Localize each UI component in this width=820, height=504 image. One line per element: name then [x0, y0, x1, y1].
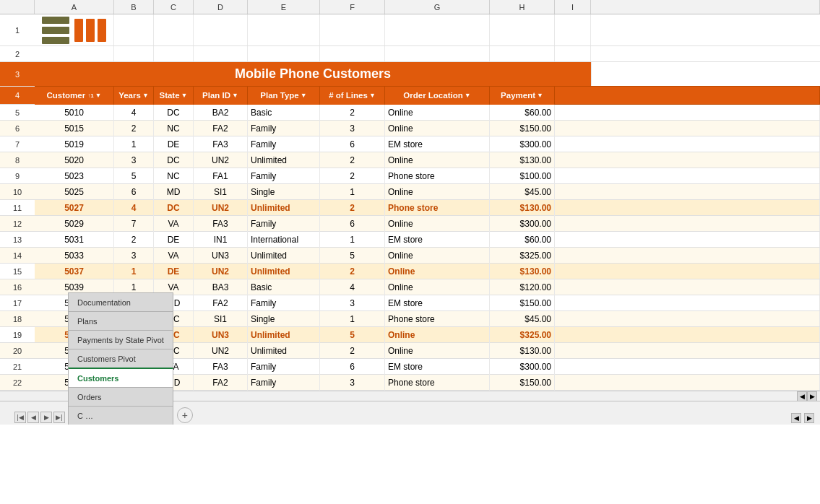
cell-location: Phone store	[385, 375, 490, 391]
row2-extra	[591, 46, 820, 61]
cell-planid: FA2	[194, 375, 248, 391]
col-header-i[interactable]: I	[555, 0, 591, 14]
col-header-b[interactable]: B	[114, 0, 154, 14]
table-row[interactable]: 5015 2 NC FA2 Family 3 Online $150.00	[35, 121, 820, 136]
table-row[interactable]: 5031 2 DE IN1 International 1 EM store $…	[35, 232, 820, 248]
header-customer[interactable]: Customer ↑1 ▼	[35, 87, 114, 105]
row2-h	[490, 46, 555, 61]
tab-payments-by-state-pivot[interactable]: Payments by State Pivot	[68, 330, 173, 349]
filter-arrow-location[interactable]: ▼	[465, 87, 471, 105]
filter-arrow-years[interactable]: ▼	[142, 87, 149, 105]
col-header-h[interactable]: H	[490, 0, 555, 14]
tab-nav-last[interactable]: ▶|	[53, 412, 65, 423]
cell-location: EM store	[385, 232, 490, 248]
header-payment-label: Payment	[501, 87, 535, 105]
filter-arrow-lines[interactable]: ▼	[369, 87, 376, 105]
cell-planid: UN3	[194, 327, 248, 343]
cell-payment: $325.00	[490, 327, 555, 343]
tab-scroll-left[interactable]: ◀	[791, 413, 801, 423]
col-header-d[interactable]: D	[194, 0, 248, 14]
rn-19: 19	[0, 327, 35, 343]
cell-planid: FA2	[194, 295, 248, 311]
cell-extra	[555, 248, 820, 263]
cell-state: DC	[154, 105, 194, 121]
col-header-a[interactable]: A	[35, 0, 114, 14]
cell-years: 6	[114, 184, 154, 200]
filter-arrow-planid[interactable]: ▼	[232, 87, 238, 105]
header-payment[interactable]: Payment ▼	[490, 87, 555, 105]
add-tab-btn[interactable]: +	[177, 407, 193, 423]
tab-plans[interactable]: Plans	[68, 311, 173, 330]
cell-payment: $130.00	[490, 200, 555, 216]
tab-nav-next[interactable]: ▶	[40, 412, 52, 423]
cell-extra	[555, 311, 820, 326]
rn-7: 7	[0, 136, 35, 152]
cell-plantype: Unlimited	[248, 248, 320, 264]
header-state[interactable]: State ▼	[154, 87, 194, 105]
table-row[interactable]: 5023 5 NC FA1 Family 2 Phone store $100.…	[35, 168, 820, 184]
table-row[interactable]: 5029 7 VA FA3 Family 6 Online $300.00	[35, 216, 820, 232]
table-header-row: Customer ↑1 ▼ Years ▼ State ▼ Plan ID ▼	[35, 87, 820, 105]
scroll-left-btn[interactable]: ◀	[797, 391, 807, 401]
header-location[interactable]: Order Location ▼	[385, 87, 490, 105]
filter-arrow-customer[interactable]: ▼	[95, 87, 102, 105]
col-header-c[interactable]: C	[154, 0, 194, 14]
tab-documentation[interactable]: Documentation	[68, 292, 173, 311]
table-row[interactable]: 5025 6 MD SI1 Single 1 Online $45.00	[35, 184, 820, 200]
cell-state: NC	[154, 121, 194, 136]
table-row[interactable]: 5027 4 DC UN2 Unlimited 2 Phone store $1…	[35, 200, 820, 216]
cell-customer: 5020	[35, 152, 114, 168]
cell-plantype: Unlimited	[248, 264, 320, 279]
cell-lines: 2	[320, 343, 385, 359]
cell-payment: $130.00	[490, 343, 555, 359]
rn-9: 9	[0, 168, 35, 184]
cell-customer: 5037	[35, 264, 114, 279]
cell-years: 3	[114, 248, 154, 264]
cell-lines: 2	[320, 152, 385, 168]
rn-21: 21	[0, 359, 35, 375]
table-row[interactable]: 5020 3 DC UN2 Unlimited 2 Online $130.00	[35, 152, 820, 168]
header-planid[interactable]: Plan ID ▼	[194, 87, 248, 105]
filter-arrow-payment[interactable]: ▼	[537, 87, 543, 105]
tab-nav-prev[interactable]: ◀	[27, 412, 39, 423]
row1-d	[194, 14, 248, 45]
row2-g	[385, 46, 490, 61]
title-row: Mobile Phone Customers	[35, 62, 820, 87]
cell-lines: 3	[320, 375, 385, 391]
table-row[interactable]: 5010 4 DC BA2 Basic 2 Online $60.00	[35, 105, 820, 121]
cell-plantype: Family	[248, 359, 320, 375]
cell-payment: $130.00	[490, 152, 555, 168]
header-plantype[interactable]: Plan Type ▼	[248, 87, 320, 105]
header-years[interactable]: Years ▼	[114, 87, 154, 105]
cell-planid: IN1	[194, 232, 248, 248]
tab-customers[interactable]: Customers	[68, 368, 173, 387]
cell-payment: $120.00	[490, 279, 555, 295]
cell-payment: $325.00	[490, 248, 555, 264]
filter-arrow-state[interactable]: ▼	[181, 87, 188, 105]
cell-years: 7	[114, 216, 154, 232]
scroll-right-btn[interactable]: ▶	[807, 391, 817, 401]
rn-16: 16	[0, 279, 35, 295]
col-header-e[interactable]: E	[248, 0, 320, 14]
logo-bar-mid	[42, 27, 69, 34]
cell-state: DE	[154, 264, 194, 279]
header-lines[interactable]: # of Lines ▼	[320, 87, 385, 105]
cell-payment: $150.00	[490, 295, 555, 311]
tab-customers-pivot[interactable]: Customers Pivot	[68, 349, 173, 368]
table-row[interactable]: 5033 3 VA UN3 Unlimited 5 Online $325.00	[35, 248, 820, 264]
col-header-g[interactable]: G	[385, 0, 490, 14]
tab-orders[interactable]: Orders	[68, 387, 173, 406]
tab-nav-first[interactable]: |◀	[14, 412, 26, 423]
cell-lines: 5	[320, 327, 385, 343]
corner-cell	[0, 0, 35, 14]
tab-bar: |◀ ◀ ▶ ▶| DocumentationPlansPayments by …	[0, 401, 820, 425]
col-header-f[interactable]: F	[320, 0, 385, 14]
table-row[interactable]: 5037 1 DE UN2 Unlimited 2 Online $130.00	[35, 264, 820, 279]
row2-a	[35, 46, 114, 61]
tab-scroll-right[interactable]: ▶	[804, 413, 814, 423]
table-row[interactable]: 5019 1 DE FA3 Family 6 EM store $300.00	[35, 136, 820, 152]
filter-arrow-plantype[interactable]: ▼	[301, 87, 307, 105]
cell-lines: 3	[320, 121, 385, 136]
tab-c-…[interactable]: C …	[68, 406, 173, 425]
cell-plantype: Family	[248, 121, 320, 136]
